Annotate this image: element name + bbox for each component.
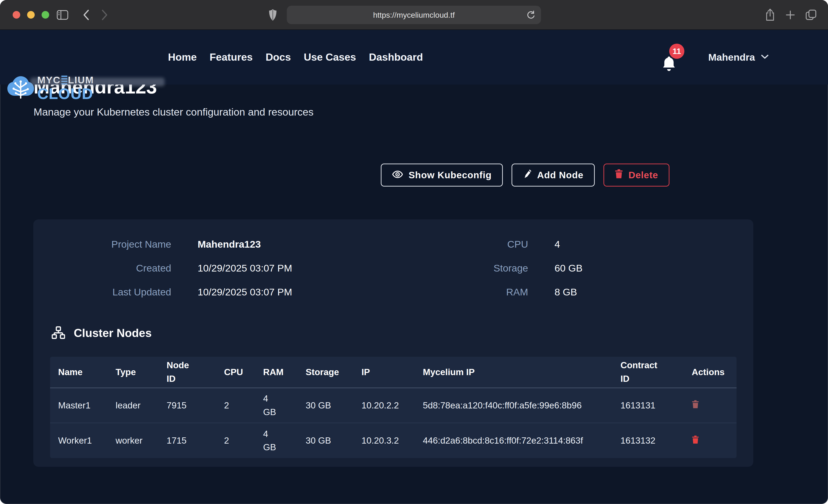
title-blur-smear [30,78,165,86]
back-button-icon[interactable] [82,0,90,30]
last-updated-value: 10/29/2025 03:07 PM [171,287,447,298]
delete-node-icon[interactable] [692,436,699,446]
ram-label: RAM [447,287,528,298]
col-mycelium-ip: Mycelium IP [415,357,613,388]
col-ram: RAM [255,357,298,388]
chevron-down-icon [761,54,769,60]
cell-name: Worker1 [50,423,108,458]
created-value: 10/29/2025 03:07 PM [171,262,447,274]
table-header-row: Name Type Node ID CPU RAM Storage IP Myc… [50,357,737,388]
forward-button-icon[interactable] [101,0,109,30]
nodes-table-wrap: Name Type Node ID CPU RAM Storage IP Myc… [50,357,737,458]
notification-badge: 11 [669,44,685,59]
trash-icon [615,169,623,181]
sidebar-toggle-icon[interactable] [56,0,69,30]
cell-ram: 4 GB [255,423,298,458]
created-label: Created [33,262,171,274]
share-icon[interactable] [765,0,775,30]
storage-value: 60 GB [528,262,753,274]
cell-storage: 30 GB [298,388,354,423]
show-kubeconfig-label: Show Kubeconfig [409,170,492,180]
col-contract-id: Contract ID [613,357,684,388]
col-name: Name [50,357,108,388]
col-node-id: Node ID [159,357,216,388]
app-navbar: MYCLIUM CLOUD Home Features Docs Use Cas… [0,30,828,85]
cell-ip: 10.20.3.2 [354,423,415,458]
nav-link-features[interactable]: Features [210,51,253,63]
browser-window: https://myceliumcloud.tf [0,0,828,504]
minimize-window-button[interactable] [27,11,35,18]
reload-icon[interactable] [526,10,536,22]
cell-ram: 4 GB [255,388,298,423]
project-name-label: Project Name [33,239,171,250]
nav-links: Home Features Docs Use Cases Dashboard [168,30,423,85]
add-node-button[interactable]: Add Node [511,164,595,186]
cluster-nodes-title: Cluster Nodes [74,327,152,340]
cell-type: leader [108,388,159,423]
ram-value: 8 GB [528,287,753,298]
cell-storage: 30 GB [298,423,354,458]
show-kubeconfig-button[interactable]: Show Kubeconfig [381,164,503,186]
close-window-button[interactable] [13,11,20,18]
address-bar[interactable]: https://myceliumcloud.tf [287,6,541,24]
nav-link-dashboard[interactable]: Dashboard [369,51,423,63]
col-actions: Actions [684,357,737,388]
last-updated-label: Last Updated [33,287,171,298]
notifications-button[interactable]: 11 [662,44,690,74]
eye-icon [392,170,403,180]
cell-node-id: 7915 [159,388,216,423]
storage-label: Storage [447,262,528,274]
browser-chrome: https://myceliumcloud.tf [0,0,828,30]
cell-type: worker [108,423,159,458]
cluster-nodes-icon [52,326,65,340]
new-tab-icon[interactable] [785,0,796,30]
project-info-grid: Project Name Mahendra123 CPU 4 Created 1… [33,232,753,304]
table-row: Master1 leader 7915 2 4 GB 30 GB 10.20.2… [50,388,737,423]
cell-contract-id: 1613131 [613,388,684,423]
privacy-shield-icon[interactable] [268,0,277,30]
brand-line-cloud: CLOUD [37,86,94,101]
mycelium-cloud-logo-icon [7,75,34,101]
col-cpu: CPU [216,357,255,388]
cell-contract-id: 1613132 [613,423,684,458]
user-menu[interactable]: Mahendra [708,30,769,85]
delete-cluster-button[interactable]: Delete [604,164,669,186]
nav-link-docs[interactable]: Docs [266,51,291,63]
cell-mycelium-ip: 446:d2a6:8bcd:8c16:ff0f:72e2:3114:863f [415,423,613,458]
cluster-nodes-heading: Cluster Nodes [52,326,152,340]
nav-link-home[interactable]: Home [168,51,197,63]
cell-actions [684,388,737,423]
cpu-label: CPU [447,239,528,250]
page-subtitle: Manage your Kubernetes cluster configura… [34,106,314,118]
cell-cpu: 2 [216,423,255,458]
traffic-lights [13,11,49,18]
cpu-value: 4 [528,239,753,250]
col-ip: IP [354,357,415,388]
col-storage: Storage [298,357,354,388]
add-node-label: Add Node [537,170,583,180]
cell-actions [684,423,737,458]
cell-ip: 10.20.2.2 [354,388,415,423]
pencil-icon [523,169,532,181]
col-type: Type [108,357,159,388]
project-card: Project Name Mahendra123 CPU 4 Created 1… [33,219,753,467]
cluster-nodes-table: Name Type Node ID CPU RAM Storage IP Myc… [50,357,737,458]
cell-mycelium-ip: 5d8:78ea:a120:f40c:ff0f:a5fe:99e6:8b96 [415,388,613,423]
url-text: https://myceliumcloud.tf [373,10,455,19]
cell-name: Master1 [50,388,108,423]
table-row: Worker1 worker 1715 2 4 GB 30 GB 10.20.3… [50,423,737,458]
maximize-window-button[interactable] [42,11,49,18]
cluster-actions: Show Kubeconfig Add Node Delete [381,164,669,186]
user-name: Mahendra [708,52,755,63]
tab-overview-icon[interactable] [805,0,817,30]
delete-node-icon[interactable] [692,401,699,411]
cell-node-id: 1715 [159,423,216,458]
delete-label: Delete [628,170,658,180]
project-name-value: Mahendra123 [171,239,447,250]
nav-link-use-cases[interactable]: Use Cases [304,51,356,63]
cell-cpu: 2 [216,388,255,423]
